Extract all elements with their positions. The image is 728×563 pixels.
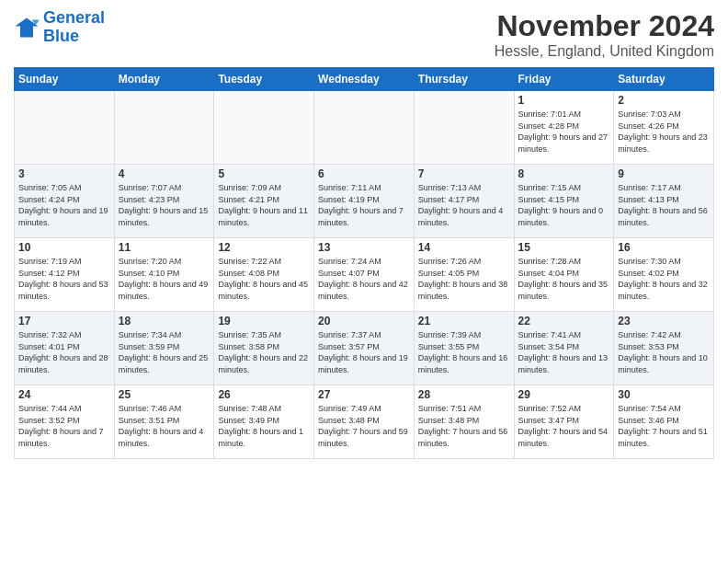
day-number: 18 bbox=[119, 315, 210, 327]
calendar-cell: 12Sunrise: 7:22 AM Sunset: 4:08 PM Dayli… bbox=[214, 238, 314, 312]
day-info: Sunrise: 7:26 AM Sunset: 4:05 PM Dayligh… bbox=[418, 256, 510, 302]
logo: General Blue bbox=[14, 9, 105, 46]
week-row-4: 17Sunrise: 7:32 AM Sunset: 4:01 PM Dayli… bbox=[15, 312, 714, 385]
calendar-cell: 4Sunrise: 7:07 AM Sunset: 4:23 PM Daylig… bbox=[114, 165, 214, 238]
calendar-cell: 21Sunrise: 7:39 AM Sunset: 3:55 PM Dayli… bbox=[414, 312, 514, 385]
day-number: 14 bbox=[418, 241, 510, 254]
calendar-table: SundayMondayTuesdayWednesdayThursdayFrid… bbox=[14, 67, 714, 459]
logo-icon bbox=[14, 15, 40, 40]
header-cell-saturday: Saturday bbox=[614, 68, 714, 91]
day-info: Sunrise: 7:22 AM Sunset: 4:08 PM Dayligh… bbox=[218, 256, 310, 302]
calendar-cell: 30Sunrise: 7:54 AM Sunset: 3:46 PM Dayli… bbox=[614, 385, 714, 459]
day-number: 29 bbox=[518, 388, 610, 401]
day-info: Sunrise: 7:19 AM Sunset: 4:12 PM Dayligh… bbox=[18, 256, 110, 302]
calendar-cell: 15Sunrise: 7:28 AM Sunset: 4:04 PM Dayli… bbox=[514, 238, 614, 312]
calendar-cell bbox=[414, 91, 514, 165]
header-cell-monday: Monday bbox=[114, 68, 214, 91]
header-cell-thursday: Thursday bbox=[414, 68, 514, 91]
calendar-cell: 2Sunrise: 7:03 AM Sunset: 4:26 PM Daylig… bbox=[614, 91, 714, 165]
calendar-cell: 10Sunrise: 7:19 AM Sunset: 4:12 PM Dayli… bbox=[15, 238, 115, 312]
calendar-cell: 23Sunrise: 7:42 AM Sunset: 3:53 PM Dayli… bbox=[614, 312, 714, 385]
day-number: 1 bbox=[518, 94, 610, 107]
day-number: 24 bbox=[18, 388, 110, 401]
calendar-cell bbox=[214, 91, 314, 165]
day-number: 9 bbox=[618, 167, 710, 180]
week-row-5: 24Sunrise: 7:44 AM Sunset: 3:52 PM Dayli… bbox=[15, 385, 714, 459]
day-info: Sunrise: 7:46 AM Sunset: 3:51 PM Dayligh… bbox=[119, 403, 210, 449]
day-info: Sunrise: 7:07 AM Sunset: 4:23 PM Dayligh… bbox=[119, 182, 210, 228]
header: General Blue November 2024 Hessle, Engla… bbox=[14, 9, 714, 60]
day-info: Sunrise: 7:24 AM Sunset: 4:07 PM Dayligh… bbox=[318, 256, 410, 302]
calendar-cell: 13Sunrise: 7:24 AM Sunset: 4:07 PM Dayli… bbox=[314, 238, 415, 312]
calendar-header: SundayMondayTuesdayWednesdayThursdayFrid… bbox=[15, 68, 714, 91]
calendar-cell: 29Sunrise: 7:52 AM Sunset: 3:47 PM Dayli… bbox=[514, 385, 614, 459]
day-number: 4 bbox=[119, 167, 210, 180]
day-info: Sunrise: 7:11 AM Sunset: 4:19 PM Dayligh… bbox=[318, 182, 410, 228]
day-number: 25 bbox=[119, 388, 210, 401]
calendar-cell: 6Sunrise: 7:11 AM Sunset: 4:19 PM Daylig… bbox=[314, 165, 415, 238]
day-number: 23 bbox=[618, 315, 710, 327]
calendar-cell: 20Sunrise: 7:37 AM Sunset: 3:57 PM Dayli… bbox=[314, 312, 415, 385]
day-info: Sunrise: 7:13 AM Sunset: 4:17 PM Dayligh… bbox=[418, 182, 510, 228]
calendar-body: 1Sunrise: 7:01 AM Sunset: 4:28 PM Daylig… bbox=[15, 91, 714, 459]
day-info: Sunrise: 7:05 AM Sunset: 4:24 PM Dayligh… bbox=[18, 182, 110, 228]
week-row-2: 3Sunrise: 7:05 AM Sunset: 4:24 PM Daylig… bbox=[15, 165, 714, 238]
day-info: Sunrise: 7:49 AM Sunset: 3:48 PM Dayligh… bbox=[318, 403, 410, 449]
subtitle: Hessle, England, United Kingdom bbox=[495, 43, 714, 60]
calendar-cell: 9Sunrise: 7:17 AM Sunset: 4:13 PM Daylig… bbox=[614, 165, 714, 238]
header-cell-tuesday: Tuesday bbox=[214, 68, 314, 91]
calendar-cell: 8Sunrise: 7:15 AM Sunset: 4:15 PM Daylig… bbox=[514, 165, 614, 238]
calendar-cell: 7Sunrise: 7:13 AM Sunset: 4:17 PM Daylig… bbox=[414, 165, 514, 238]
calendar-cell: 24Sunrise: 7:44 AM Sunset: 3:52 PM Dayli… bbox=[15, 385, 115, 459]
day-number: 3 bbox=[18, 167, 110, 180]
calendar-cell: 5Sunrise: 7:09 AM Sunset: 4:21 PM Daylig… bbox=[214, 165, 314, 238]
day-number: 21 bbox=[418, 315, 510, 327]
day-number: 16 bbox=[618, 241, 710, 254]
day-info: Sunrise: 7:54 AM Sunset: 3:46 PM Dayligh… bbox=[618, 403, 710, 449]
day-info: Sunrise: 7:52 AM Sunset: 3:47 PM Dayligh… bbox=[518, 403, 610, 449]
day-info: Sunrise: 7:35 AM Sunset: 3:58 PM Dayligh… bbox=[218, 329, 310, 375]
logo-general: General bbox=[43, 8, 105, 27]
day-number: 19 bbox=[218, 315, 310, 327]
header-row: SundayMondayTuesdayWednesdayThursdayFrid… bbox=[15, 68, 714, 91]
day-info: Sunrise: 7:28 AM Sunset: 4:04 PM Dayligh… bbox=[518, 256, 610, 302]
calendar-cell: 19Sunrise: 7:35 AM Sunset: 3:58 PM Dayli… bbox=[214, 312, 314, 385]
calendar-cell: 3Sunrise: 7:05 AM Sunset: 4:24 PM Daylig… bbox=[15, 165, 115, 238]
page-container: General Blue November 2024 Hessle, Engla… bbox=[0, 0, 728, 468]
day-number: 15 bbox=[518, 241, 610, 254]
calendar-cell: 18Sunrise: 7:34 AM Sunset: 3:59 PM Dayli… bbox=[114, 312, 214, 385]
day-info: Sunrise: 7:09 AM Sunset: 4:21 PM Dayligh… bbox=[218, 182, 310, 228]
main-title: November 2024 bbox=[495, 9, 714, 43]
logo-blue: Blue bbox=[43, 27, 79, 45]
week-row-1: 1Sunrise: 7:01 AM Sunset: 4:28 PM Daylig… bbox=[15, 91, 714, 165]
day-info: Sunrise: 7:37 AM Sunset: 3:57 PM Dayligh… bbox=[318, 329, 410, 375]
day-info: Sunrise: 7:41 AM Sunset: 3:54 PM Dayligh… bbox=[518, 329, 610, 375]
calendar-cell: 16Sunrise: 7:30 AM Sunset: 4:02 PM Dayli… bbox=[614, 238, 714, 312]
day-number: 20 bbox=[318, 315, 410, 327]
calendar-cell: 28Sunrise: 7:51 AM Sunset: 3:48 PM Dayli… bbox=[414, 385, 514, 459]
day-info: Sunrise: 7:44 AM Sunset: 3:52 PM Dayligh… bbox=[18, 403, 110, 449]
day-info: Sunrise: 7:32 AM Sunset: 4:01 PM Dayligh… bbox=[18, 329, 110, 375]
day-number: 8 bbox=[518, 167, 610, 180]
day-number: 12 bbox=[218, 241, 310, 254]
day-info: Sunrise: 7:30 AM Sunset: 4:02 PM Dayligh… bbox=[618, 256, 710, 302]
day-number: 2 bbox=[618, 94, 710, 107]
header-cell-sunday: Sunday bbox=[15, 68, 115, 91]
day-number: 22 bbox=[518, 315, 610, 327]
title-block: November 2024 Hessle, England, United Ki… bbox=[495, 9, 714, 60]
day-number: 5 bbox=[218, 167, 310, 180]
calendar-cell: 17Sunrise: 7:32 AM Sunset: 4:01 PM Dayli… bbox=[15, 312, 115, 385]
calendar-cell: 22Sunrise: 7:41 AM Sunset: 3:54 PM Dayli… bbox=[514, 312, 614, 385]
day-number: 7 bbox=[418, 167, 510, 180]
day-number: 28 bbox=[418, 388, 510, 401]
day-info: Sunrise: 7:20 AM Sunset: 4:10 PM Dayligh… bbox=[119, 256, 210, 302]
day-info: Sunrise: 7:34 AM Sunset: 3:59 PM Dayligh… bbox=[119, 329, 210, 375]
day-number: 6 bbox=[318, 167, 410, 180]
calendar-cell bbox=[314, 91, 415, 165]
day-number: 30 bbox=[618, 388, 710, 401]
day-info: Sunrise: 7:17 AM Sunset: 4:13 PM Dayligh… bbox=[618, 182, 710, 228]
calendar-cell bbox=[15, 91, 115, 165]
calendar-cell: 11Sunrise: 7:20 AM Sunset: 4:10 PM Dayli… bbox=[114, 238, 214, 312]
day-info: Sunrise: 7:01 AM Sunset: 4:28 PM Dayligh… bbox=[518, 109, 610, 155]
day-number: 13 bbox=[318, 241, 410, 254]
